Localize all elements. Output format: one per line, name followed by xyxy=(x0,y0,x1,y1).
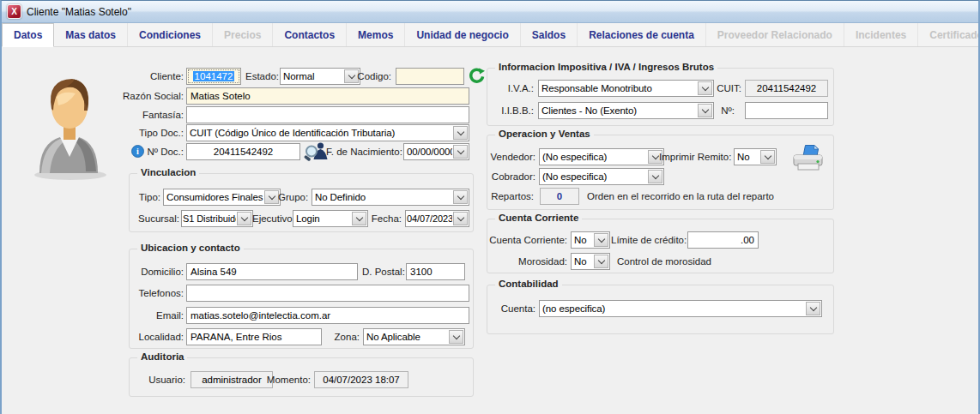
imprimir-remito-select[interactable]: No xyxy=(734,148,777,165)
info-icon[interactable]: i xyxy=(131,145,144,158)
chevron-down-icon[interactable] xyxy=(453,212,468,225)
nro-iibb-input[interactable] xyxy=(745,102,828,119)
fecha-label: Fecha: xyxy=(371,210,402,227)
cuenta-corriente-value: No xyxy=(572,232,593,248)
cobrador-select[interactable]: (No especifica) xyxy=(539,168,664,185)
estado-select[interactable]: Normal xyxy=(280,68,360,85)
razon-social-label: Razón Social: xyxy=(105,87,184,105)
limite-credito-input[interactable] xyxy=(687,231,759,249)
sucursal-label: Sucursal: xyxy=(130,210,179,227)
codigo-label: Codigo: xyxy=(355,68,391,85)
nacimiento-select[interactable]: 00/00/0000 xyxy=(403,143,469,160)
vendedor-label: Vendedor: xyxy=(489,148,535,165)
operacion-group-title: Operacion y Ventas xyxy=(495,129,594,139)
tab-unidad-de-negocio[interactable]: Unidad de negocio xyxy=(405,23,520,46)
iva-label: I.V.A.: xyxy=(498,80,534,97)
title-bar: X Cliente "Matias Sotelo" xyxy=(2,1,978,23)
refresh-icon[interactable] xyxy=(469,68,485,84)
tipo-doc-value: CUIT (Código Único de Identificación Tri… xyxy=(187,125,452,141)
momento-value: 04/07/2023 18:07 xyxy=(314,371,408,388)
cuenta-select[interactable]: (no especifica) xyxy=(539,300,822,317)
chevron-down-icon[interactable] xyxy=(594,255,608,268)
nacimiento-label: F. de Nacimiento: xyxy=(326,143,401,160)
impositiva-group-title: Informacion Impositiva / IVA / Ingresos … xyxy=(495,62,717,72)
limite-credito-label: Límite de crédito: xyxy=(611,231,684,249)
telefonos-input[interactable] xyxy=(186,285,469,302)
chevron-down-icon[interactable] xyxy=(449,330,463,344)
printer-icon[interactable] xyxy=(791,143,826,172)
tab-certificados: Certificados xyxy=(918,23,980,46)
chevron-down-icon[interactable] xyxy=(698,81,712,95)
cuenta-label: Cuenta: xyxy=(499,300,535,317)
iibb-select[interactable]: Clientes - No (Exento) xyxy=(538,102,714,119)
tipo-select[interactable]: Consumidores Finales xyxy=(163,189,281,206)
tipo-doc-select[interactable]: CUIT (Código Único de Identificación Tri… xyxy=(186,124,469,141)
cliente-input[interactable]: 1041472 xyxy=(186,68,241,85)
chevron-down-icon[interactable] xyxy=(806,302,820,315)
imprimir-remito-value: No xyxy=(735,149,759,165)
momento-label: Momento: xyxy=(266,371,311,388)
person-avatar-icon xyxy=(26,71,112,183)
grupo-label: Grupo: xyxy=(278,189,308,206)
chevron-down-icon[interactable] xyxy=(698,104,712,117)
dpostal-label: D. Postal: xyxy=(362,263,402,280)
vendedor-select[interactable]: (No especifica) xyxy=(539,148,664,165)
tipo-label: Tipo: xyxy=(122,189,160,206)
svg-text:i: i xyxy=(136,147,139,156)
sucursal-select[interactable]: S1 Distribuidor xyxy=(181,210,253,227)
chevron-down-icon[interactable] xyxy=(237,212,251,225)
chevron-down-icon[interactable] xyxy=(453,126,468,140)
tipo-doc-label: Tipo Doc.: xyxy=(105,124,184,141)
chevron-down-icon[interactable] xyxy=(453,145,468,159)
iibb-label: I.I.B.B.: xyxy=(493,102,534,119)
iibb-value: Clientes - No (Exento) xyxy=(539,103,697,118)
auditoria-group-title: Auditoria xyxy=(137,351,187,362)
tab-mas-datos[interactable]: Mas datos xyxy=(54,23,128,46)
email-input[interactable] xyxy=(186,307,469,324)
tab-proveedor-relacionado: Proveedor Relacionado xyxy=(706,23,844,46)
dpostal-input[interactable] xyxy=(406,263,465,280)
ejecutivo-select[interactable]: Login xyxy=(293,210,368,227)
razon-social-input[interactable] xyxy=(186,87,469,105)
nacimiento-value: 00/00/0000 xyxy=(404,144,452,159)
chevron-down-icon[interactable] xyxy=(352,212,366,225)
tab-relaciones-de-cuenta[interactable]: Relaciones de cuenta xyxy=(578,23,706,46)
codigo-input[interactable] xyxy=(396,68,464,85)
cuenta-corriente-select[interactable]: No xyxy=(571,231,610,249)
fantasia-input[interactable] xyxy=(186,106,469,123)
iva-select[interactable]: Responsable Monotributo xyxy=(538,80,714,97)
search-person-icon[interactable] xyxy=(304,140,328,161)
cuenta-value: (no especifica) xyxy=(540,301,805,316)
morosidad-label: Morosidad: xyxy=(512,253,567,270)
tab-condiciones[interactable]: Condiciones xyxy=(128,23,213,46)
repartos-value: 0 xyxy=(540,188,579,205)
tab-contactos[interactable]: Contactos xyxy=(273,23,347,46)
grupo-select[interactable]: No Definido xyxy=(312,189,469,206)
chevron-down-icon[interactable] xyxy=(760,150,775,164)
zona-select[interactable]: No Aplicable xyxy=(363,328,465,345)
tab-saldos[interactable]: Saldos xyxy=(521,23,578,46)
domicilio-input[interactable] xyxy=(186,263,358,280)
tab-memos[interactable]: Memos xyxy=(347,23,405,46)
tab-datos[interactable]: Datos xyxy=(2,23,54,47)
sucursal-value: S1 Distribuidor xyxy=(182,211,236,226)
fecha-select[interactable]: 04/07/2023 xyxy=(405,210,469,227)
nro-doc-label: Nº Doc.: xyxy=(146,143,184,160)
nro-doc-input[interactable] xyxy=(186,143,300,160)
chevron-down-icon[interactable] xyxy=(594,233,608,247)
chevron-down-icon[interactable] xyxy=(648,170,662,183)
ubicacion-group-title: Ubicacion y contacto xyxy=(137,243,244,253)
client-window: X Cliente "Matias Sotelo" Datos Mas dato… xyxy=(0,0,980,414)
grupo-value: No Definido xyxy=(312,189,452,205)
usuario-value: administrador xyxy=(191,371,273,388)
chevron-down-icon[interactable] xyxy=(453,190,468,204)
localidad-input[interactable] xyxy=(186,328,322,345)
app-icon: X xyxy=(7,4,21,19)
chevron-down-icon[interactable] xyxy=(264,190,279,204)
morosidad-select[interactable]: No xyxy=(571,253,610,270)
tipo-value: Consumidores Finales xyxy=(164,189,263,205)
tab-incidentes: Incidentes xyxy=(844,23,918,46)
cuit-label: CUIT: xyxy=(714,80,741,97)
cuenta-corriente-label: Cuenta Corriente: xyxy=(487,231,567,249)
ejecutivo-value: Login xyxy=(293,211,351,226)
